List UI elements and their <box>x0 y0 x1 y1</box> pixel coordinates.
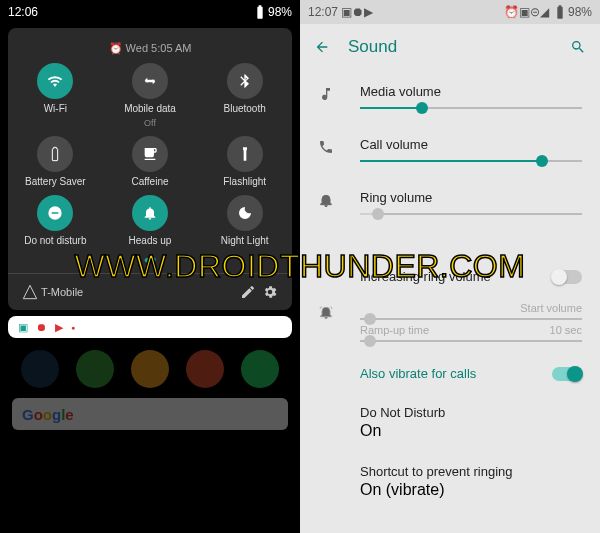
dnd-icon <box>37 195 73 231</box>
youtube-icon: ▶ <box>55 321 63 334</box>
ring-volume-slider[interactable] <box>360 213 582 215</box>
increasing-ring-toggle[interactable] <box>552 270 582 284</box>
page-indicator[interactable]: ● • <box>8 250 292 269</box>
music-icon <box>318 84 338 113</box>
dot-icon: ● <box>71 324 75 331</box>
app-whatsapp[interactable] <box>241 350 279 388</box>
qs-tile-dnd[interactable]: Do not disturb <box>8 195 103 246</box>
vibrate-calls-row[interactable]: Also vibrate for calls <box>300 354 600 393</box>
qs-tile-battery[interactable]: Battery Saver <box>8 136 103 187</box>
bell-icon <box>132 195 168 231</box>
search-icon[interactable] <box>570 39 586 55</box>
swap-icon <box>132 63 168 99</box>
google-search-bar[interactable]: Google <box>12 398 288 430</box>
cast-icon: ▣ <box>341 5 352 19</box>
increasing-ring-row[interactable]: Increasing ring volume <box>300 257 600 296</box>
status-bar: 12:06 98% <box>0 0 300 24</box>
media-volume-slider[interactable] <box>360 107 582 109</box>
vibrate-calls-toggle[interactable] <box>552 367 582 381</box>
phone-icon <box>318 137 338 166</box>
battery-pct: 98% <box>568 5 592 19</box>
ramp-time-slider <box>360 340 582 342</box>
qs-tile-nightlight[interactable]: Night Light <box>197 195 292 246</box>
qs-tile-headsup[interactable]: Heads up <box>103 195 198 246</box>
call-volume-slider[interactable] <box>360 160 582 162</box>
cast-icon: ▣ <box>18 321 28 334</box>
battery-icon <box>252 4 268 20</box>
bell-ring-icon <box>318 302 338 346</box>
bell-outline-icon <box>318 190 338 219</box>
start-volume-slider <box>360 318 582 320</box>
media-volume-row: Media volume <box>300 70 600 123</box>
quick-settings-panel: 12:06 98% ⏰ Wed 5:05 AM Wi-FiMobile data… <box>0 0 300 533</box>
wifi-icon <box>37 63 73 99</box>
battery-icon <box>552 4 568 20</box>
qs-footer: T-Mobile <box>8 278 292 306</box>
edit-icon[interactable] <box>240 284 256 300</box>
dnd-status-icon: ⊝ <box>530 5 540 19</box>
app-photos[interactable] <box>131 350 169 388</box>
dnd-row[interactable]: Do Not Disturb On <box>300 393 600 452</box>
call-volume-row: Call volume <box>300 123 600 176</box>
start-volume-row: Start volume Ramp-up time10 sec <box>300 296 600 346</box>
cup-icon <box>132 136 168 172</box>
moon-icon <box>227 195 263 231</box>
status-bar: 12:07 ▣ ⏺ ▶ ⏰ ▣ ⊝ ◢ 98% <box>300 0 600 24</box>
signal-icon <box>22 284 38 300</box>
shortcut-ringing-row[interactable]: Shortcut to prevent ringing On (vibrate) <box>300 452 600 511</box>
signal-icon: ◢ <box>540 5 549 19</box>
youtube-icon: ▶ <box>364 5 373 19</box>
ring-volume-row: Ring volume <box>300 176 600 229</box>
record-icon: ⏺ <box>352 5 364 19</box>
carrier-label: T-Mobile <box>41 286 83 298</box>
app-bar: Sound <box>300 24 600 70</box>
sound-settings-screen: 12:07 ▣ ⏺ ▶ ⏰ ▣ ⊝ ◢ 98% Sound Media volu… <box>300 0 600 533</box>
qs-tile-wifi[interactable]: Wi-Fi <box>8 63 103 128</box>
app-dock <box>0 344 300 394</box>
cast-status-icon: ▣ <box>519 5 530 19</box>
alarm-icon: ⏰ <box>109 42 123 55</box>
app-pocket[interactable] <box>186 350 224 388</box>
status-time: 12:06 <box>8 5 38 19</box>
qs-tile-flashlight[interactable]: Flashlight <box>197 136 292 187</box>
qs-tile-mobiledata[interactable]: Mobile dataOff <box>103 63 198 128</box>
alarm-icon: ⏰ <box>504 5 519 19</box>
torch-icon <box>227 136 263 172</box>
bt-icon <box>227 63 263 99</box>
back-icon[interactable] <box>314 39 330 55</box>
gear-icon[interactable] <box>262 284 278 300</box>
status-time: 12:07 <box>308 5 338 19</box>
qs-tile-caffeine[interactable]: Caffeine <box>103 136 198 187</box>
record-icon: ⏺ <box>36 321 47 333</box>
app-camera[interactable] <box>21 350 59 388</box>
batt-icon <box>37 136 73 172</box>
google-logo: Google <box>22 406 74 423</box>
page-title: Sound <box>348 37 552 57</box>
settings-list: Media volume Call volume Ring volume Inc… <box>300 70 600 511</box>
notification-card[interactable]: ▣ ⏺ ▶ ● <box>8 316 292 338</box>
app-messages[interactable] <box>76 350 114 388</box>
qs-tile-bluetooth[interactable]: Bluetooth <box>197 63 292 128</box>
battery-pct: 98% <box>268 5 292 19</box>
qs-container: ⏰ Wed 5:05 AM Wi-FiMobile dataOffBluetoo… <box>8 28 292 310</box>
qs-time: ⏰ Wed 5:05 AM <box>8 36 292 59</box>
